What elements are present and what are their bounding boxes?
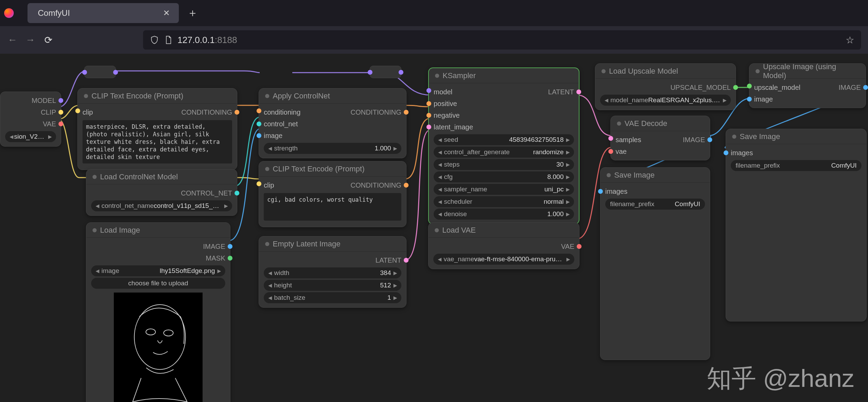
widget-control-after-generate[interactable]: ◀control_after_generaterandomize▶ (434, 147, 574, 158)
output-label: CONDITIONING (350, 108, 401, 116)
node-clip-text-encode-negative[interactable]: CLIP Text Encode (Prompt) clipCONDITIONI… (259, 161, 406, 227)
bookmark-star-icon[interactable]: ☆ (846, 34, 854, 46)
chevron-left-icon[interactable]: ◀ (95, 268, 100, 274)
reroute-node[interactable] (84, 66, 116, 78)
chevron-right-icon[interactable]: ▶ (565, 149, 571, 155)
chevron-left-icon[interactable]: ◀ (267, 295, 273, 300)
chevron-right-icon[interactable]: ▶ (565, 211, 571, 217)
node-clip-text-encode-positive[interactable]: CLIP Text Encode (Prompt) clipCONDITIONI… (77, 88, 237, 170)
chevron-left-icon[interactable]: ◀ (437, 149, 443, 155)
widget-seed[interactable]: ◀seed458394632750518▶ (434, 134, 574, 145)
reload-button[interactable]: ⟳ (43, 34, 54, 45)
close-tab-icon[interactable]: ✕ (160, 7, 173, 19)
widget-upscale-model-name[interactable]: ◀model_nameRealESRGAN_x2plus.pth▶ (600, 95, 731, 106)
chevron-right-icon[interactable]: ▶ (392, 146, 398, 151)
chevron-left-icon[interactable]: ◀ (95, 203, 100, 209)
chevron-right-icon[interactable]: ▶ (392, 283, 398, 288)
widget-denoise[interactable]: ◀denoise1.000▶ (434, 209, 574, 220)
chevron-left-icon[interactable]: ◀ (437, 211, 443, 217)
firefox-logo-icon (4, 8, 14, 18)
node-canvas[interactable]: MODEL CLIP VAE ◀sion_V2.0.ckpt▶ CLIP Tex… (0, 54, 868, 402)
chevron-left-icon[interactable]: ◀ (9, 134, 14, 139)
forward-button[interactable]: → (25, 34, 36, 45)
output-label: IMAGE (203, 243, 225, 251)
node-title: CLIP Text Encode (Prompt) (273, 165, 365, 173)
node-load-image[interactable]: Load Image IMAGE MASK ◀imagelhy15SoftEdg… (86, 222, 230, 402)
chevron-right-icon[interactable]: ▶ (223, 203, 229, 209)
input-label: clip (83, 108, 93, 116)
widget-width[interactable]: ◀width384▶ (264, 267, 401, 278)
address-bar[interactable]: 127.0.0.1:8188 ☆ (143, 30, 861, 50)
node-load-vae[interactable]: Load VAE VAE ◀vae_namevae-ft-mse-840000-… (428, 222, 579, 269)
widget-filename-prefix[interactable]: filename_prefixComfyUI (731, 160, 861, 171)
widget-controlnet-name[interactable]: ◀control_net_namecontrol_v11p_sd15_softe… (91, 200, 232, 211)
output-label: CONDITIONING (350, 181, 401, 189)
chevron-right-icon[interactable]: ▶ (392, 295, 398, 300)
widget-height[interactable]: ◀height512▶ (264, 280, 401, 291)
input-label: model (434, 88, 452, 96)
widget-vae-name[interactable]: ◀vae_namevae-ft-mse-840000-ema-pruned.ck… (433, 254, 574, 265)
chevron-right-icon[interactable]: ▶ (565, 187, 571, 192)
prompt-textarea[interactable]: masterpiece, DLSR, extra detailed, (phot… (83, 120, 232, 163)
chevron-left-icon[interactable]: ◀ (604, 97, 609, 103)
chevron-left-icon[interactable]: ◀ (437, 162, 443, 167)
chevron-right-icon[interactable]: ▶ (565, 174, 571, 180)
node-load-controlnet-model[interactable]: Load ControlNet Model CONTROL_NET ◀contr… (86, 169, 237, 216)
output-label: CLIP (41, 108, 56, 116)
upload-file-button[interactable]: choose file to upload (91, 278, 225, 289)
chevron-left-icon[interactable]: ◀ (437, 256, 442, 262)
chevron-left-icon[interactable]: ◀ (267, 283, 273, 288)
chevron-left-icon[interactable]: ◀ (437, 137, 443, 142)
widget-image-select[interactable]: ◀imagelhy15SoftEdge.png▶ (91, 265, 225, 276)
node-title: VAE Decode (625, 119, 667, 128)
node-title: Load VAE (442, 226, 476, 235)
output-label: IMAGE (839, 84, 861, 92)
chevron-right-icon[interactable]: ▶ (565, 256, 571, 262)
chevron-left-icon[interactable]: ◀ (267, 270, 273, 276)
reroute-node[interactable] (370, 66, 401, 78)
chevron-left-icon[interactable]: ◀ (267, 146, 273, 151)
output-label: MASK (206, 254, 225, 262)
widget-batch-size[interactable]: ◀batch_size1▶ (264, 292, 401, 303)
chevron-right-icon[interactable]: ▶ (216, 268, 222, 274)
chevron-right-icon[interactable]: ▶ (722, 97, 727, 103)
shield-icon (150, 35, 159, 44)
node-save-image[interactable]: Save Image images filename_prefixComfyUI (726, 129, 867, 321)
prompt-textarea[interactable]: cgi, bad colors, worst quality (264, 193, 401, 221)
output-label: IMAGE (683, 136, 705, 144)
chevron-right-icon[interactable]: ▶ (565, 137, 571, 142)
widget-scheduler[interactable]: ◀schedulernormal▶ (434, 196, 574, 207)
widget-cfg[interactable]: ◀cfg8.000▶ (434, 171, 574, 182)
chevron-right-icon[interactable]: ▶ (565, 162, 571, 167)
chevron-left-icon[interactable]: ◀ (437, 187, 443, 192)
node-upscale-image[interactable]: Upscale Image (using Model) upscale_mode… (749, 63, 866, 108)
widget-sampler-name[interactable]: ◀sampler_nameuni_pc▶ (434, 184, 574, 195)
node-empty-latent-image[interactable]: Empty Latent Image LATENT ◀width384▶ ◀he… (259, 236, 406, 308)
chevron-right-icon[interactable]: ▶ (47, 134, 53, 139)
node-title: Save Image (614, 171, 654, 180)
node-title: Load ControlNet Model (100, 172, 178, 181)
widget-strength[interactable]: ◀strength1.000▶ (264, 143, 401, 154)
node-title: Load Upscale Model (609, 67, 678, 76)
new-tab-button[interactable]: ＋ (187, 6, 198, 21)
input-label: image (264, 132, 282, 140)
node-apply-controlnet[interactable]: Apply ControlNet conditioningCONDITIONIN… (259, 88, 406, 158)
chevron-right-icon[interactable]: ▶ (392, 270, 398, 276)
chevron-left-icon[interactable]: ◀ (437, 174, 443, 180)
back-button[interactable]: ← (7, 34, 18, 45)
node-vae-decode[interactable]: VAE Decode samplesIMAGE vae (610, 116, 710, 160)
widget-filename-prefix[interactable]: filename_prefixComfyUI (605, 199, 705, 210)
widget-ckpt-name[interactable]: ◀sion_V2.0.ckpt▶ (5, 131, 56, 142)
output-label: VAE (561, 243, 574, 251)
document-icon (164, 35, 173, 44)
browser-tab[interactable]: ComfyUI ✕ (28, 3, 179, 23)
widget-steps[interactable]: ◀steps30▶ (434, 159, 574, 170)
node-ksampler[interactable]: KSampler modelLATENT positive negative l… (428, 67, 579, 224)
tab-title: ComfyUI (38, 8, 160, 18)
chevron-left-icon[interactable]: ◀ (437, 199, 443, 204)
node-save-image[interactable]: Save Image images filename_prefixComfyUI (600, 167, 710, 360)
chevron-right-icon[interactable]: ▶ (565, 199, 571, 204)
node-load-checkpoint[interactable]: MODEL CLIP VAE ◀sion_V2.0.ckpt▶ (0, 92, 61, 147)
node-load-upscale-model[interactable]: Load Upscale Model UPSCALE_MODEL ◀model_… (595, 63, 736, 110)
node-title: CLIP Text Encode (Prompt) (91, 92, 183, 100)
